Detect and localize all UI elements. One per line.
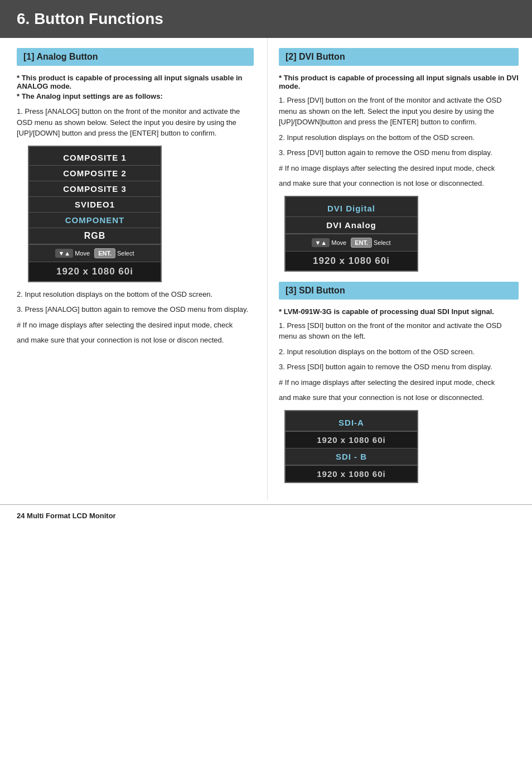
dvi-button-header: [2] DVI Button [279, 48, 519, 66]
osd-item-sdi-a: SDI-A [286, 414, 417, 431]
analog-select-control: ENT. Select [94, 248, 134, 258]
analog-body-5: and make sure that your connection is no… [17, 335, 254, 346]
osd-item-sdi-b: SDI - B [286, 448, 417, 465]
dvi-osd-resolution: 1920 x 1080 60i [286, 251, 417, 271]
sdi-body-1: 1. Press [SDI] button on the front of th… [279, 320, 519, 342]
sdi-bullet-1: * LVM-091W-3G is capable of processing d… [279, 307, 519, 316]
analog-body-1: 1. Press [ANALOG] button on the front of… [17, 106, 254, 139]
osd-item-composite3: COMPOSITE 3 [29, 181, 161, 197]
analog-body-3: 3. Press [ANALOG] button again to remove… [17, 304, 254, 315]
sdi-body-4: # If no image displays after selecting t… [279, 377, 519, 388]
dvi-osd-box: DVI Digital DVI Analog ▼▲ Move ENT. Sele… [284, 196, 418, 272]
sdi-osd-box: SDI-A 1920 x 1080 60i SDI - B 1920 x 108… [284, 410, 418, 483]
osd-item-composite2: COMPOSITE 2 [29, 166, 161, 181]
osd-controls-analog: ▼▲ Move ENT. Select [29, 244, 161, 262]
analog-body-4: # If no image displays after selecting t… [17, 320, 254, 331]
right-column: [2] DVI Button * This product is capable… [268, 38, 532, 500]
sdi-body-2: 2. Input resolution displays on the bott… [279, 346, 519, 358]
sdi-a-resolution: 1920 x 1080 60i [286, 431, 417, 448]
dvi-select-label: Select [374, 239, 391, 246]
page-title: 6. Button Functions [0, 0, 532, 38]
analog-button-header: [1] Analog Button [17, 48, 254, 66]
dvi-move-label: Move [331, 239, 346, 246]
dvi-body-4: # If no image displays after selecting t… [279, 163, 519, 174]
select-label: Select [117, 250, 134, 257]
footer: 24 Multi Format LCD Monitor [0, 504, 532, 527]
move-label: Move [75, 250, 90, 257]
osd-item-composite1: COMPOSITE 1 [29, 150, 161, 166]
analog-bullet-2: * The Analog input settings are as follo… [17, 92, 254, 100]
dvi-body-1: 1. Press [DVI] button on the front of th… [279, 95, 519, 128]
dvi-body-5: and make sure that your connection is no… [279, 178, 519, 189]
arrow-icon: ▼▲ [55, 249, 73, 258]
analog-osd-box: COMPOSITE 1 COMPOSITE 2 COMPOSITE 3 SVID… [28, 146, 162, 282]
osd-item-rgb: RGB [29, 228, 161, 244]
osd-item-dvi-digital: DVI Digital [286, 200, 417, 217]
dvi-body-2: 2. Input resolution displays on the bott… [279, 132, 519, 143]
left-column: [1] Analog Button * This product is capa… [0, 38, 268, 500]
sdi-body-3: 3. Press [SDI] button again to remove th… [279, 361, 519, 373]
osd-item-component: COMPONENT [29, 213, 161, 228]
osd-controls-dvi: ▼▲ Move ENT. Select [286, 234, 417, 251]
analog-bullet-1: * This product is capable of processing … [17, 74, 254, 90]
sdi-body-5: and make sure that your connection is no… [279, 392, 519, 403]
analog-body-2: 2. Input resolution displays on the bott… [17, 289, 254, 300]
dvi-bullet-1: * This product is capable of processing … [279, 74, 519, 90]
dvi-body-3: 3. Press [DVI] button again to remove th… [279, 147, 519, 158]
arrow-icon-dvi: ▼▲ [312, 238, 330, 247]
osd-item-dvi-analog: DVI Analog [286, 217, 417, 234]
sdi-b-resolution: 1920 x 1080 60i [286, 465, 417, 482]
osd-item-svideo1: SVIDEO1 [29, 197, 161, 213]
analog-osd-resolution: 1920 x 1080 60i [29, 262, 161, 281]
dvi-move-control: ▼▲ Move [312, 238, 346, 247]
dvi-select-control: ENT. Select [351, 238, 390, 248]
ent-icon: ENT. [94, 248, 115, 258]
ent-icon-dvi: ENT. [351, 238, 372, 248]
analog-move-control: ▼▲ Move [55, 249, 90, 258]
sdi-button-header: [3] SDI Button [279, 282, 519, 300]
